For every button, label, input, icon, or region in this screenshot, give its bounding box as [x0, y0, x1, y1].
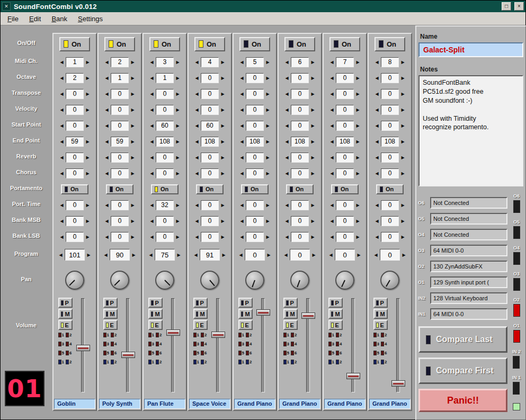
preset-name[interactable]: Poly Synth	[99, 399, 140, 409]
chorus-increment-arrow-icon[interactable]: ▶	[400, 171, 406, 176]
bank-lsb-decrement-arrow-icon[interactable]: ◀	[239, 235, 245, 239]
pme-button-p[interactable]: P	[328, 298, 343, 308]
port-time-decrement-arrow-icon[interactable]: ◀	[239, 203, 245, 208]
end-point-decrement-arrow-icon[interactable]: ◀	[239, 139, 245, 144]
preset-name[interactable]: Grand Piano	[324, 399, 365, 409]
transpose-increment-arrow-icon[interactable]: ▶	[355, 92, 361, 96]
chorus-increment-arrow-icon[interactable]: ▶	[310, 171, 316, 176]
pme-button-p[interactable]: P	[148, 298, 163, 308]
bank-msb-decrement-arrow-icon[interactable]: ◀	[374, 219, 380, 224]
start-point-increment-arrow-icon[interactable]: ▶	[265, 123, 271, 128]
pme-button-e[interactable]: E	[373, 320, 388, 330]
transpose-decrement-arrow-icon[interactable]: ◀	[239, 92, 245, 96]
pme-button-e[interactable]: E	[193, 320, 208, 330]
reverb-increment-arrow-icon[interactable]: ▶	[175, 155, 181, 160]
velocity-decrement-arrow-icon[interactable]: ◀	[59, 108, 65, 112]
menu-item-bank[interactable]: Bank	[47, 13, 72, 24]
octave-increment-arrow-icon[interactable]: ▶	[310, 76, 316, 81]
transpose-increment-arrow-icon[interactable]: ▶	[175, 92, 181, 96]
midi-ch-increment-arrow-icon[interactable]: ▶	[175, 60, 181, 65]
bank-lsb-decrement-arrow-icon[interactable]: ◀	[329, 235, 335, 239]
velocity-decrement-arrow-icon[interactable]: ◀	[194, 108, 200, 112]
panic-button[interactable]: Panic!!	[418, 389, 507, 412]
pme-button-m[interactable]: M	[103, 309, 118, 319]
port-time-decrement-arrow-icon[interactable]: ◀	[104, 203, 110, 208]
channel-on-button[interactable]: On	[104, 37, 135, 51]
program-increment-arrow-icon[interactable]: ▶	[266, 253, 272, 257]
pme-button-p[interactable]: P	[373, 298, 388, 308]
volume-slider-handle[interactable]	[301, 312, 315, 319]
start-point-decrement-arrow-icon[interactable]: ◀	[59, 123, 65, 128]
portamento-button[interactable]: On	[196, 184, 224, 194]
chorus-decrement-arrow-icon[interactable]: ◀	[239, 171, 245, 176]
velocity-increment-arrow-icon[interactable]: ▶	[400, 108, 406, 112]
octave-decrement-arrow-icon[interactable]: ◀	[284, 76, 290, 81]
reverb-increment-arrow-icon[interactable]: ▶	[265, 155, 271, 160]
reverb-decrement-arrow-icon[interactable]: ◀	[374, 155, 380, 160]
connection-select[interactable]: Not Conected	[430, 229, 507, 240]
start-point-decrement-arrow-icon[interactable]: ◀	[194, 123, 200, 128]
volume-slider[interactable]	[300, 297, 316, 394]
connection-select[interactable]: 129 Synth input port (	[430, 276, 507, 288]
portamento-button[interactable]: On	[241, 184, 269, 194]
velocity-decrement-arrow-icon[interactable]: ◀	[239, 108, 245, 112]
midi-ch-increment-arrow-icon[interactable]: ▶	[265, 60, 271, 65]
bank-msb-increment-arrow-icon[interactable]: ▶	[85, 219, 91, 224]
end-point-decrement-arrow-icon[interactable]: ◀	[149, 139, 155, 144]
volume-slider-handle[interactable]	[391, 380, 405, 387]
pme-button-e[interactable]: E	[328, 320, 343, 330]
transpose-increment-arrow-icon[interactable]: ▶	[265, 92, 271, 96]
octave-decrement-arrow-icon[interactable]: ◀	[374, 76, 380, 81]
transpose-decrement-arrow-icon[interactable]: ◀	[104, 92, 110, 96]
chorus-decrement-arrow-icon[interactable]: ◀	[59, 171, 65, 176]
pan-knob[interactable]	[380, 271, 399, 290]
octave-increment-arrow-icon[interactable]: ▶	[265, 76, 271, 81]
pme-button-m[interactable]: M	[58, 309, 73, 319]
transpose-increment-arrow-icon[interactable]: ▶	[85, 92, 91, 96]
bank-msb-increment-arrow-icon[interactable]: ▶	[265, 219, 271, 224]
bank-lsb-decrement-arrow-icon[interactable]: ◀	[149, 235, 155, 239]
port-time-increment-arrow-icon[interactable]: ▶	[220, 203, 226, 208]
transpose-increment-arrow-icon[interactable]: ▶	[310, 92, 316, 96]
bank-lsb-increment-arrow-icon[interactable]: ▶	[175, 235, 181, 239]
midi-ch-decrement-arrow-icon[interactable]: ◀	[149, 60, 155, 65]
program-decrement-arrow-icon[interactable]: ◀	[148, 253, 154, 257]
volume-slider[interactable]	[120, 297, 136, 394]
volume-slider[interactable]	[255, 297, 271, 394]
transpose-decrement-arrow-icon[interactable]: ◀	[284, 92, 290, 96]
program-decrement-arrow-icon[interactable]: ◀	[328, 253, 334, 257]
start-point-increment-arrow-icon[interactable]: ▶	[85, 123, 91, 128]
octave-decrement-arrow-icon[interactable]: ◀	[149, 76, 155, 81]
connection-select[interactable]: Not Conected	[430, 197, 507, 209]
portamento-button[interactable]: On	[286, 184, 314, 194]
reverb-increment-arrow-icon[interactable]: ▶	[355, 155, 361, 160]
port-time-increment-arrow-icon[interactable]: ▶	[85, 203, 91, 208]
reverb-decrement-arrow-icon[interactable]: ◀	[104, 155, 110, 160]
portamento-button[interactable]: On	[106, 184, 133, 194]
chorus-decrement-arrow-icon[interactable]: ◀	[149, 171, 155, 176]
program-increment-arrow-icon[interactable]: ▶	[131, 253, 137, 257]
close-button[interactable]: ×	[514, 2, 524, 11]
preset-name[interactable]: Grand Piano	[234, 399, 275, 409]
bank-msb-decrement-arrow-icon[interactable]: ◀	[284, 219, 290, 224]
midi-ch-increment-arrow-icon[interactable]: ▶	[355, 60, 361, 65]
end-point-decrement-arrow-icon[interactable]: ◀	[194, 139, 200, 144]
chorus-decrement-arrow-icon[interactable]: ◀	[329, 171, 335, 176]
preset-name[interactable]: Grand Piano	[279, 399, 320, 409]
octave-decrement-arrow-icon[interactable]: ◀	[59, 76, 65, 81]
transpose-decrement-arrow-icon[interactable]: ◀	[329, 92, 335, 96]
program-increment-arrow-icon[interactable]: ▶	[86, 253, 92, 257]
menu-item-settings[interactable]: Settings	[73, 13, 108, 24]
menu-item-edit[interactable]: Edit	[24, 13, 46, 24]
end-point-decrement-arrow-icon[interactable]: ◀	[59, 139, 65, 144]
portamento-button[interactable]: On	[61, 184, 88, 194]
octave-increment-arrow-icon[interactable]: ▶	[400, 76, 406, 81]
pme-button-p[interactable]: P	[193, 298, 208, 308]
channel-on-button[interactable]: On	[194, 37, 225, 51]
maximize-button[interactable]: □	[502, 2, 511, 11]
title-bar[interactable]: ✕ SoundFontCombi v0.012 □ ×	[1, 1, 525, 12]
transpose-decrement-arrow-icon[interactable]: ◀	[194, 92, 200, 96]
preset-name[interactable]: Grand Piano	[369, 399, 411, 409]
reverb-increment-arrow-icon[interactable]: ▶	[130, 155, 136, 160]
reverb-increment-arrow-icon[interactable]: ▶	[400, 155, 406, 160]
